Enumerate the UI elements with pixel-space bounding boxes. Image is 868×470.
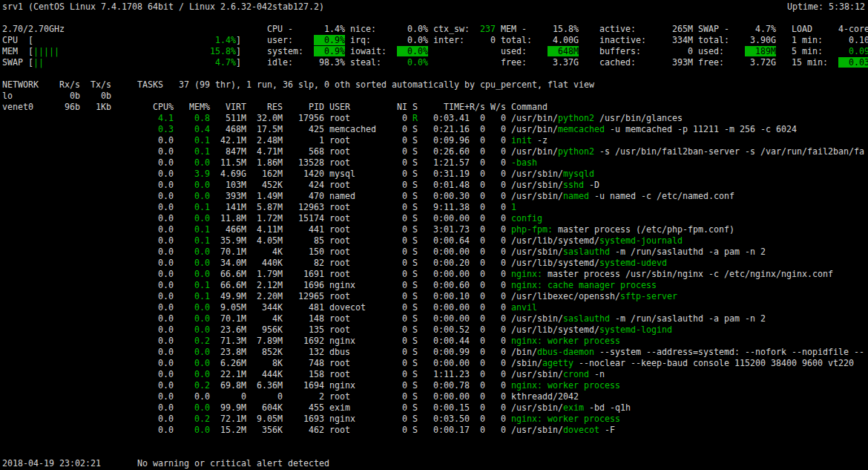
process-row: 0.0 0.0 23.6M 956K 135 root 0 S 0:00.52 … (2, 324, 868, 336)
process-row: 0.0 0.0 0 0 2 root 0 S 0:00.00 0 0 kthre… (2, 391, 868, 402)
process-row: 0.0 0.1 66.6M 2.12M 1696 nginx 0 S 0:00.… (2, 280, 868, 291)
process-row: 0.0 0.0 11.8M 1.72M 15174 root 0 S 0:00.… (2, 213, 868, 224)
blank-line (2, 436, 868, 447)
uptime: Uptime: 5:38:12 (787, 1, 865, 13)
process-row: 0.0 0.0 70.1M 4K 150 root 0 S 0:00.00 0 … (2, 247, 868, 258)
host-info: srv1 (CentOS Linux 7.4.1708 64bit / Linu… (2, 1, 324, 13)
process-row: 0.0 0.2 71.3M 7.89M 1692 nginx 0 S 0:00.… (2, 336, 868, 347)
process-row: 0.0 0.0 66.6M 1.79M 1691 root 0 S 0:00.0… (2, 269, 868, 280)
process-row: 0.3 0.4 468M 17.5M 425 memcached 0 S 0:2… (2, 124, 868, 135)
network-line-1: NETWORK Rx/s Tx/s TASKS 37 (99 thr), 1 r… (2, 79, 868, 91)
summary-line-3: MEM [||||| 15.8%] system: 0.9% iowait: 0… (2, 46, 868, 57)
process-row: 0.0 0.0 11.5M 1.86M 13528 root 0 S 1:21.… (2, 157, 868, 169)
process-row: 0.0 0.0 15.2M 356K 462 root 0 S 0:00.17 … (2, 425, 868, 436)
summary-line-4: SWAP [|| 4.7%] idle: 98.3% steal: 0.0% f… (2, 57, 868, 68)
process-row: 0.0 0.1 141M 5.87M 12963 root 0 S 9:11.3… (2, 202, 868, 213)
status-message: No warning or critical alert detected (137, 458, 329, 469)
title-line: srv1 (CentOS Linux 7.4.1708 64bit / Linu… (2, 1, 868, 13)
process-row: 0.0 0.0 103M 452K 424 root 0 S 0:01.48 0… (2, 180, 868, 191)
process-row: 0.0 0.0 6.26M 8K 748 root 0 S 0:00.00 0 … (2, 358, 868, 369)
blank-line (2, 447, 868, 458)
process-row: 0.0 0.2 72.1M 9.05M 1693 nginx 0 S 0:03.… (2, 414, 868, 425)
network-and-tasks-header: NETWORK Rx/s Tx/s TASKS 37 (99 thr), 1 r… (2, 79, 868, 102)
blank-line (2, 13, 868, 24)
cpu-mem-swap-load-summary: 2.70/2.70GHz CPU - 1.4% nice: 0.0% ctx_s… (2, 24, 868, 68)
process-row: 0.0 0.0 70.1M 4K 148 root 0 S 0:00.00 0 … (2, 313, 868, 324)
process-row: 4.1 0.8 511M 32.0M 17956 root 0 R 0:03.4… (2, 113, 868, 124)
process-row: 0.0 0.0 34.0M 440K 82 root 0 S 0:00.20 0… (2, 258, 868, 269)
process-row: 0.0 0.0 22.1M 444K 158 root 0 S 1:11.23 … (2, 369, 868, 380)
summary-line-1: 2.70/2.70GHz CPU - 1.4% nice: 0.0% ctx_s… (2, 24, 868, 35)
process-row: 0.0 0.0 393M 1.49M 470 named 0 S 0:00.30… (2, 191, 868, 202)
summary-line-2: CPU [ 1.4%] user: 0.9% irq: 0.0% inter: … (2, 35, 868, 46)
glances-terminal-screen[interactable]: srv1 (CentOS Linux 7.4.1708 64bit / Linu… (0, 0, 868, 470)
table-header-line: venet0 96b 1Kb CPU% MEM% VIRT RES PID US… (2, 102, 868, 113)
process-row: 0.0 0.1 466M 4.11M 441 root 0 S 3:01.73 … (2, 224, 868, 235)
network-line-2: lo 0b 0b (2, 91, 868, 102)
process-row: 0.0 0.1 847M 4.71M 568 root 0 S 0:26.60 … (2, 146, 868, 157)
blank-line (2, 68, 868, 79)
process-row: 0.0 0.0 9.05M 344K 481 dovecot 0 S 0:00.… (2, 302, 868, 313)
process-row: 0.0 3.9 4.69G 162M 1420 mysql 0 S 0:31.1… (2, 169, 868, 180)
process-row: 0.0 0.0 23.8M 852K 132 dbus 0 S 0:00.99 … (2, 347, 868, 358)
process-row: 0.0 0.1 42.1M 2.48M 1 root 0 S 0:09.96 0… (2, 135, 868, 146)
status-line: 2018-04-19 23:02:21No warning or critica… (2, 458, 868, 469)
process-row: 0.0 0.1 35.9M 4.05M 85 root 0 S 0:00.64 … (2, 235, 868, 247)
process-row: 0.0 0.2 69.8M 6.36M 1694 nginx 0 S 0:00.… (2, 380, 868, 391)
process-row: 0.0 0.0 99.9M 604K 455 exim 0 S 0:00.15 … (2, 402, 868, 414)
process-row: 0.0 0.1 49.9M 2.20M 12965 root 0 S 0:00.… (2, 291, 868, 302)
process-table: venet0 96b 1Kb CPU% MEM% VIRT RES PID US… (2, 102, 868, 436)
status-date: 2018-04-19 23:02:21 (2, 458, 137, 469)
